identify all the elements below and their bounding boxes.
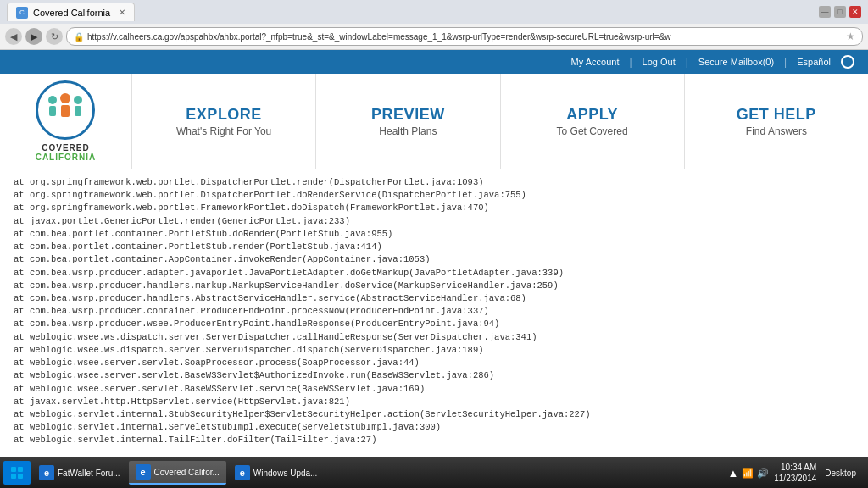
stack-trace-line: at javax.servlet.http.HttpServlet.servic…: [14, 396, 854, 408]
stack-trace-line: at com.bea.portal.tools.servlet.http.Htt…: [14, 447, 854, 449]
stack-trace-line: at com.bea.wsrp.producer.handlers.markup…: [14, 280, 854, 292]
nav-item-get-help[interactable]: GET HELP Find Answers: [684, 74, 868, 169]
minimize-button[interactable]: —: [819, 6, 831, 18]
top-bar: My Account | Log Out | Secure Mailbox(0)…: [0, 50, 868, 74]
address-url: https://v.calheers.ca.gov/apspahbx/ahbx.…: [87, 32, 843, 42]
logo-figures: [44, 92, 86, 127]
stack-trace-line: at javax.portlet.GenericPortlet.render(G…: [14, 215, 854, 228]
browser-chrome: C Covered California ✕ — □ ✕ ◀ ▶ ↻ 🔒 htt…: [0, 0, 868, 50]
stack-trace-line: at org.springframework.web.portlet.Dispa…: [14, 176, 854, 189]
stack-trace-line: at com.bea.portlet.container.PortletStub…: [14, 228, 854, 241]
back-button[interactable]: ◀: [5, 28, 22, 45]
secure-mailbox-link[interactable]: Secure Mailbox(0): [698, 57, 774, 67]
nav-title-get-help: GET HELP: [737, 106, 816, 124]
bookmark-icon[interactable]: ★: [846, 30, 855, 42]
tab-title: Covered California: [33, 8, 110, 18]
stack-trace-line: at weblogic.wsee.server.servlet.BaseWSSe…: [14, 369, 854, 382]
nav-title-preview: PREVIEW: [371, 106, 445, 124]
stack-trace-line: at weblogic.wsee.ws.dispatch.server.Serv…: [14, 344, 854, 357]
nav-item-preview[interactable]: PREVIEW Health Plans: [315, 74, 499, 169]
stack-trace-line: at weblogic.servlet.internal.ServeletStu…: [14, 421, 854, 434]
my-account-link[interactable]: My Account: [571, 57, 620, 67]
stack-trace-line: at weblogic.wsee.ws.dispatch.server.Serv…: [14, 331, 854, 344]
stack-trace-line: at weblogic.wsee.server.servlet.SoapProc…: [14, 357, 854, 369]
lock-icon: 🔒: [74, 32, 84, 42]
stack-trace-line: at com.bea.wsrp.producer.handlers.Abstra…: [14, 292, 854, 305]
refresh-button[interactable]: ↻: [46, 28, 63, 45]
stack-trace-line: at com.bea.portlet.container.AppContaine…: [14, 253, 854, 266]
stack-trace-line: at com.bea.portlet.container.PortletStub…: [14, 241, 854, 253]
site-header: My Account | Log Out | Secure Mailbox(0)…: [0, 50, 868, 169]
address-bar-row: ◀ ▶ ↻ 🔒 https://v.calheers.ca.gov/apspah…: [0, 24, 868, 49]
nav-menu: EXPLORE What's Right For You PREVIEW Hea…: [131, 74, 868, 169]
title-bar: C Covered California ✕ — □ ✕: [0, 0, 868, 24]
tab-close-button[interactable]: ✕: [119, 8, 125, 17]
forward-button[interactable]: ▶: [25, 28, 42, 45]
svg-point-2: [60, 93, 70, 103]
content-area: at org.springframework.web.portlet.Dispa…: [0, 169, 868, 449]
nav-subtitle-preview: Health Plans: [379, 125, 437, 137]
nav-title-apply: APPLY: [566, 106, 618, 124]
nav-subtitle-apply: To Get Covered: [557, 125, 628, 137]
stack-trace-line: at org.springframework.web.portlet.Dispa…: [14, 189, 854, 202]
stack-trace-line: at weblogic.servlet.internal.StubSecurit…: [14, 408, 854, 421]
log-out-link[interactable]: Log Out: [643, 57, 676, 67]
nav-subtitle-explore: What's Right For You: [176, 125, 271, 137]
svg-rect-1: [49, 106, 56, 116]
nav-item-apply[interactable]: APPLY To Get Covered: [500, 74, 684, 169]
stack-trace-line: at com.bea.wsrp.producer.container.Produ…: [14, 305, 854, 318]
nav-title-explore: EXPLORE: [186, 106, 262, 124]
browser-tab[interactable]: C Covered California ✕: [7, 3, 135, 21]
stack-trace-line: at weblogic.wsee.server.servlet.BaseWSSe…: [14, 383, 854, 396]
address-bar[interactable]: 🔒 https://v.calheers.ca.gov/apspahbx/ahb…: [66, 27, 863, 46]
stack-trace-line: at org.springframework.web.portlet.Frame…: [14, 202, 854, 214]
stack-trace-line: at com.bea.wsrp.producer.wsee.ProducerEn…: [14, 318, 854, 330]
svg-rect-5: [75, 106, 81, 116]
logo-figures-svg: [44, 92, 86, 127]
logo-circle: [36, 80, 95, 140]
svg-point-4: [74, 96, 82, 104]
stack-trace-line: at weblogic.servlet.internal.TailFilter.…: [14, 434, 854, 446]
globe-icon: [841, 55, 854, 69]
tab-favicon: C: [16, 7, 28, 19]
close-button[interactable]: ✕: [849, 6, 861, 18]
svg-point-0: [48, 96, 57, 104]
stack-trace-line: at com.bea.wsrp.producer.adapter.javapor…: [14, 267, 854, 280]
header-main: COVERED CALIFORNIA EXPLORE What's Right …: [0, 74, 868, 169]
logo-area: COVERED CALIFORNIA: [0, 74, 131, 169]
maximize-button[interactable]: □: [834, 6, 846, 18]
nav-item-explore[interactable]: EXPLORE What's Right For You: [131, 74, 315, 169]
logo-text: COVERED CALIFORNIA: [36, 143, 97, 162]
espanol-link[interactable]: Español: [797, 57, 831, 67]
nav-subtitle-get-help: Find Answers: [746, 125, 807, 137]
svg-rect-3: [61, 105, 70, 117]
